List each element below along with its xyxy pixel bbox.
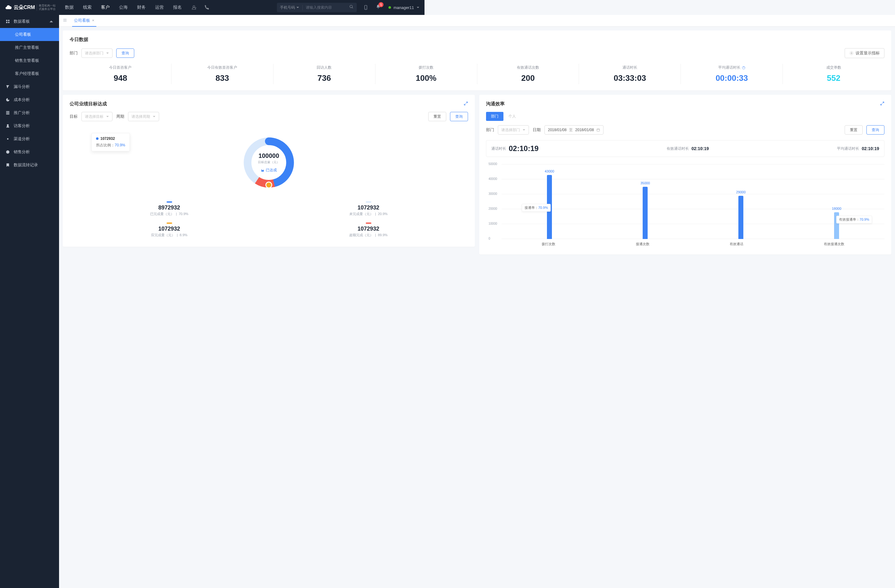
sidebar-item[interactable]: 成本分析 bbox=[0, 93, 59, 106]
metric: 今日首咨客户948 bbox=[70, 64, 171, 84]
nav-icon-group bbox=[191, 5, 210, 10]
sidebar-item[interactable]: 公司看板 bbox=[0, 28, 59, 41]
donut-chart: 100000 目标总量（元） 已达成 1072932 所占比例：70.9% bbox=[70, 127, 425, 198]
query-button[interactable]: 查询 bbox=[116, 48, 134, 58]
sidebar-item[interactable]: 渠道分析 bbox=[0, 132, 59, 145]
sidebar-group-dashboard[interactable]: 数据看板 bbox=[0, 15, 59, 28]
mobile-icon[interactable] bbox=[363, 5, 369, 10]
today-card: 今日数据 部门 请选择部门 查询 设置显示指标 今日首咨客户948今日有效首咨客… bbox=[63, 30, 425, 91]
today-filter-row: 部门 请选择部门 查询 设置显示指标 bbox=[70, 48, 425, 58]
tabs-menu-icon[interactable] bbox=[63, 18, 67, 24]
stat-item: 1072932未完成量（元） | 20.9% bbox=[269, 198, 425, 220]
target-select[interactable]: 请选择目标 bbox=[82, 112, 112, 121]
sidebar-item[interactable]: 漏斗分析 bbox=[0, 80, 59, 93]
header-icon-group: 5 bbox=[363, 4, 381, 11]
period-select[interactable]: 请选择周期 bbox=[128, 112, 159, 121]
metric: 回访人数736 bbox=[273, 64, 375, 84]
sidebar-item[interactable]: 访客分析 bbox=[0, 119, 59, 132]
notification-badge: 5 bbox=[379, 2, 384, 7]
bell-icon[interactable]: 5 bbox=[375, 4, 381, 11]
app-header: 云朵CRM 教育机构一站式服务云平台 数据线索客户公海财务运营报名 手机号码 5… bbox=[0, 0, 425, 15]
search-type-select[interactable]: 手机号码 bbox=[277, 5, 303, 10]
stat-item: 1072932超额完成（元） | 89.9% bbox=[269, 220, 425, 241]
phone-icon[interactable] bbox=[204, 5, 210, 10]
tabs-bar: 公司看板 × bbox=[59, 15, 425, 27]
tab-company-dashboard[interactable]: 公司看板 × bbox=[72, 15, 96, 27]
search-input[interactable] bbox=[303, 5, 346, 10]
search-button[interactable] bbox=[346, 5, 357, 10]
close-icon[interactable]: × bbox=[92, 18, 94, 23]
today-title: 今日数据 bbox=[70, 37, 425, 42]
top-nav: 数据线索客户公海财务运营报名 bbox=[65, 5, 182, 10]
donut-center: 100000 目标总量（元） 已达成 bbox=[258, 152, 280, 173]
sidebar-item[interactable]: 推广主管看板 bbox=[0, 41, 59, 54]
add-user-icon[interactable] bbox=[191, 5, 197, 10]
stat-item: 8972932已完成量（元） | 70.9% bbox=[70, 198, 269, 220]
nav-item[interactable]: 客户 bbox=[101, 5, 110, 10]
logo: 云朵CRM 教育机构一站式服务云平台 bbox=[5, 4, 56, 11]
sidebar-item[interactable]: 推广分析 bbox=[0, 106, 59, 119]
online-status-dot bbox=[388, 6, 391, 9]
svg-rect-4 bbox=[8, 20, 9, 21]
metric: 拨打次数100% bbox=[375, 64, 425, 84]
target-card: 公司业绩目标达成 目标 请选择目标 周期 请选择周期 重置 查询 bbox=[63, 95, 425, 247]
sidebar-item[interactable]: 数据流转记录 bbox=[0, 159, 59, 171]
chevron-up-icon bbox=[49, 19, 53, 24]
nav-item[interactable]: 运营 bbox=[155, 5, 164, 10]
main-area: 公司看板 × 今日数据 部门 请选择部门 查询 设置显示指标 今日首咨客户948… bbox=[59, 15, 425, 279]
sidebar-item[interactable]: 销售分析 bbox=[0, 145, 59, 159]
nav-item[interactable]: 公海 bbox=[119, 5, 128, 10]
svg-rect-3 bbox=[6, 20, 8, 21]
metric: 今日有效首咨客户833 bbox=[171, 64, 273, 84]
sidebar-item[interactable]: 销售主管看板 bbox=[0, 54, 59, 67]
sidebar-item[interactable]: 客户经理看板 bbox=[0, 67, 59, 80]
svg-rect-5 bbox=[6, 22, 8, 23]
nav-item[interactable]: 报名 bbox=[173, 5, 182, 10]
svg-point-2 bbox=[366, 9, 366, 9]
search-box: 手机号码 bbox=[277, 3, 357, 12]
nav-item[interactable]: 财务 bbox=[137, 5, 146, 10]
svg-point-12 bbox=[266, 182, 272, 188]
nav-item[interactable]: 线索 bbox=[83, 5, 92, 10]
user-menu[interactable]: manager11 bbox=[388, 5, 420, 10]
svg-point-0 bbox=[350, 5, 352, 8]
svg-rect-6 bbox=[8, 22, 9, 23]
target-title: 公司业绩目标达成 bbox=[70, 101, 107, 107]
dept-select[interactable]: 请选择部门 bbox=[82, 48, 112, 58]
donut-tooltip: 1072932 所占比例：70.9% bbox=[91, 133, 130, 152]
nav-item[interactable]: 数据 bbox=[65, 5, 74, 10]
chevron-down-icon bbox=[416, 6, 420, 9]
sidebar: 数据看板 公司看板推广主管看板销售主管看板客户经理看板 漏斗分析成本分析推广分析… bbox=[0, 15, 59, 279]
stat-item: 1072932应完成量（元） | 8.9% bbox=[70, 220, 269, 241]
